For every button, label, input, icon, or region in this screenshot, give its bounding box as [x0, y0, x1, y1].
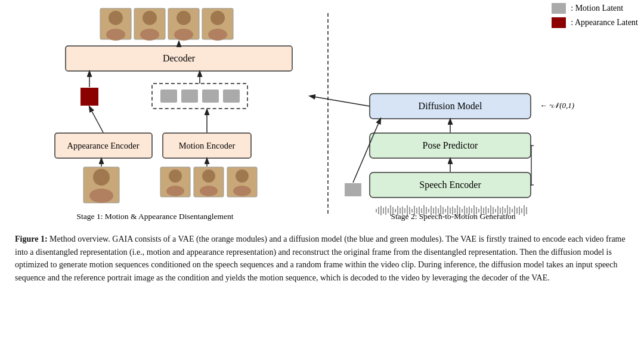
diagram-svg: Decoder Appearance Encoder Motion Encode… — [12, 7, 632, 228]
svg-point-35 — [166, 186, 184, 196]
svg-point-10 — [210, 11, 225, 25]
svg-point-34 — [169, 169, 182, 183]
svg-point-30 — [93, 169, 110, 186]
svg-point-2 — [106, 29, 125, 41]
svg-point-37 — [202, 169, 215, 183]
svg-text:Motion Encoder: Motion Encoder — [179, 141, 236, 150]
svg-rect-62 — [385, 206, 386, 215]
svg-rect-61 — [383, 208, 384, 214]
svg-point-7 — [177, 11, 191, 25]
svg-rect-117 — [516, 208, 518, 214]
svg-rect-118 — [519, 206, 520, 215]
svg-rect-19 — [181, 90, 198, 103]
svg-line-27 — [89, 107, 103, 132]
svg-rect-120 — [524, 205, 525, 216]
figure-caption: Figure 1: Method overview. GAIA consists… — [12, 233, 632, 285]
svg-rect-59 — [378, 207, 379, 214]
svg-point-40 — [236, 169, 249, 183]
main-container: : Motion Latent : Appearance Latent — [0, 0, 644, 361]
svg-point-8 — [174, 29, 193, 41]
svg-rect-58 — [376, 209, 377, 212]
svg-text:Appearance Encoder: Appearance Encoder — [67, 141, 139, 150]
svg-text:Decoder: Decoder — [163, 53, 196, 63]
svg-rect-121 — [526, 207, 527, 214]
caption-text: Method overview. GAIA consists of a VAE … — [15, 235, 626, 282]
svg-text:Stage 2: Speech-to-Motion Gene: Stage 2: Speech-to-Motion Generation — [391, 212, 516, 221]
svg-text:𝒩 (0,1): 𝒩 (0,1) — [551, 101, 574, 110]
svg-rect-20 — [202, 90, 219, 103]
svg-text:Stage 1: Motion & Appearance D: Stage 1: Motion & Appearance Disentangle… — [77, 212, 234, 221]
svg-point-5 — [140, 29, 159, 41]
svg-text:Diffusion Model: Diffusion Model — [419, 101, 482, 111]
svg-rect-63 — [388, 208, 389, 213]
svg-rect-119 — [521, 208, 522, 213]
svg-text:Speech Encoder: Speech Encoder — [419, 180, 481, 190]
svg-rect-60 — [380, 206, 382, 215]
svg-rect-122 — [345, 183, 361, 196]
svg-point-1 — [109, 11, 123, 25]
svg-point-38 — [200, 186, 218, 196]
svg-point-31 — [89, 189, 113, 203]
svg-text:Pose Predictor: Pose Predictor — [423, 140, 479, 150]
svg-rect-21 — [223, 90, 240, 103]
svg-point-41 — [233, 186, 251, 196]
svg-rect-18 — [160, 90, 177, 103]
caption-bold: Figure 1: — [15, 235, 48, 243]
svg-point-4 — [143, 11, 157, 25]
diagram: Decoder Appearance Encoder Motion Encode… — [12, 7, 632, 228]
svg-point-11 — [208, 29, 227, 41]
svg-line-123 — [310, 96, 370, 106]
svg-rect-15 — [80, 88, 98, 106]
